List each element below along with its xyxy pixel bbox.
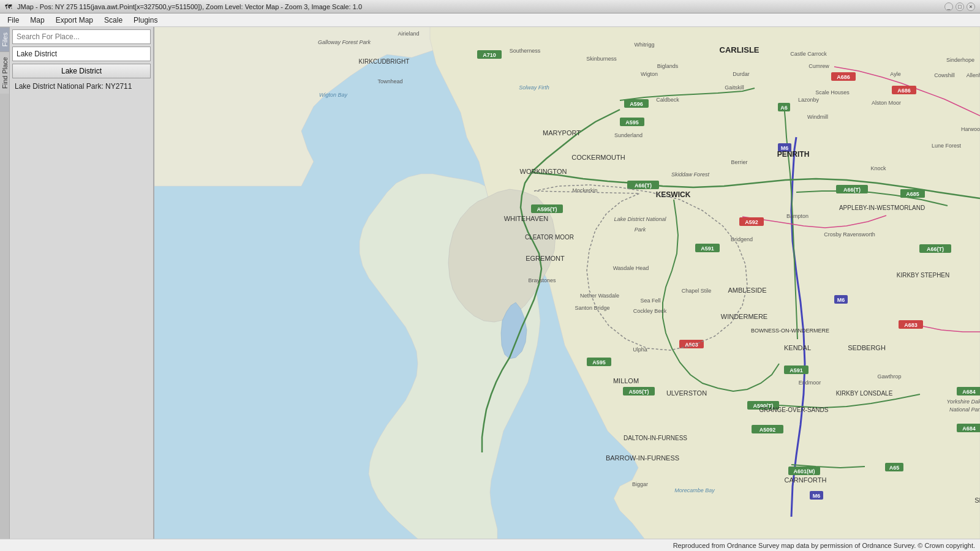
svg-text:Nether Wasdale: Nether Wasdale (580, 293, 619, 299)
menu-plugins[interactable]: Plugins (129, 15, 162, 26)
svg-text:Harwood: Harwood (961, 126, 980, 132)
svg-text:A66(T): A66(T) (927, 246, 944, 252)
svg-text:Ayle: Ayle (890, 71, 900, 77)
svg-text:Caldbeck: Caldbeck (656, 97, 679, 103)
svg-text:Wigton Bay: Wigton Bay (319, 92, 347, 98)
svg-text:DALTON-IN-FURNESS: DALTON-IN-FURNESS (624, 435, 687, 441)
menu-export-map[interactable]: Export Map (51, 15, 98, 26)
svg-text:M6: M6 (813, 493, 821, 499)
bottombar: Reproduced from Ordnance Survey map data… (0, 539, 980, 551)
svg-text:Biglands: Biglands (657, 63, 679, 69)
menu-map[interactable]: Map (25, 15, 49, 26)
svg-text:Gaitskill: Gaitskill (725, 84, 744, 91)
copyright-text: Reproduced from Ordnance Survey map data… (673, 542, 975, 549)
svg-text:Skiddaw Forest: Skiddaw Forest (671, 171, 710, 178)
svg-text:A66(T): A66(T) (635, 182, 652, 189)
svg-text:A595: A595 (592, 359, 606, 365)
svg-text:A5092: A5092 (760, 427, 776, 433)
menu-file[interactable]: File (2, 15, 24, 26)
svg-text:A66(T): A66(T) (843, 187, 861, 193)
svg-text:AMBLESIDE: AMBLESIDE (728, 287, 767, 294)
svg-text:A601(M): A601(M) (793, 468, 815, 474)
svg-text:KIRKCUDBRIGHT: KIRKCUDBRIGHT (359, 58, 410, 65)
svg-text:Gawthrop: Gawthrop (877, 373, 901, 380)
side-tab-find-place[interactable]: Find Place (0, 51, 9, 94)
svg-text:PENRITH: PENRITH (777, 150, 810, 159)
svg-text:EGREMONT: EGREMONT (526, 255, 565, 262)
svg-text:A683: A683 (904, 322, 918, 328)
svg-text:Sea Fell: Sea Fell (640, 298, 660, 304)
place-input[interactable] (12, 47, 151, 61)
side-tab-files[interactable]: Files (0, 27, 9, 51)
svg-text:Scale Houses: Scale Houses (815, 89, 850, 96)
app-icon: 🗺 (5, 3, 12, 10)
svg-text:ULVERSTON: ULVERSTON (666, 389, 707, 397)
svg-text:Southerness: Southerness (510, 48, 541, 54)
svg-text:Knock: Knock (870, 165, 886, 171)
side-tab: Files Find Place (0, 27, 10, 539)
svg-text:Braystones: Braystones (528, 277, 556, 283)
svg-text:A591: A591 (790, 367, 803, 373)
svg-text:Windmill: Windmill (807, 114, 828, 120)
svg-text:Cowshill: Cowshill (934, 72, 955, 78)
svg-text:A686: A686 (837, 74, 850, 80)
result-item[interactable]: Lake District National Park: NY2711 (12, 81, 151, 92)
svg-text:Alston Moor: Alston Moor (872, 100, 901, 106)
left-panel: Files Find Place Lake District Lake Dist… (0, 27, 154, 539)
svg-text:Lake District National: Lake District National (614, 216, 666, 222)
svg-text:MARYPORT: MARYPORT (543, 129, 581, 137)
map-area[interactable]: A710 A596 A595 A6 A66(T) A66(T) A595(T) … (154, 27, 980, 539)
svg-text:Allenheads: Allenheads (967, 72, 980, 78)
svg-text:KIRKBY STEPHEN: KIRKBY STEPHEN (897, 272, 950, 279)
svg-text:Wasdale Head: Wasdale Head (613, 265, 649, 271)
maximize-button[interactable]: □ (956, 2, 964, 11)
svg-text:CARNFORTH: CARNFORTH (785, 476, 827, 484)
svg-text:WINDERMERE: WINDERMERE (721, 313, 767, 320)
svg-text:Crosby Ravensworth: Crosby Ravensworth (824, 231, 875, 238)
svg-text:A685: A685 (906, 191, 919, 197)
svg-text:M6: M6 (837, 297, 845, 303)
menu-scale[interactable]: Scale (99, 15, 127, 26)
svg-text:A505(T): A505(T) (628, 389, 649, 395)
panel-content: Lake District Lake District National Par… (10, 27, 153, 539)
svg-text:Sinderhope: Sinderhope (946, 57, 974, 63)
find-button[interactable]: Lake District (12, 64, 151, 78)
svg-text:Airieland: Airieland (398, 31, 419, 37)
svg-text:Bampton: Bampton (786, 213, 809, 219)
svg-text:Cockley Beck: Cockley Beck (633, 308, 667, 314)
svg-text:CARLISLE: CARLISLE (720, 45, 760, 54)
svg-text:Wigton: Wigton (641, 71, 658, 77)
svg-text:Santon Bridge: Santon Bridge (575, 305, 609, 311)
titlebar: 🗺 JMap - Pos: NY 275 115(java.awt.Point[… (0, 0, 980, 13)
titlebar-title: JMap - Pos: NY 275 115(java.awt.Point[x=… (17, 3, 362, 10)
svg-text:CLEATOR MOOR: CLEATOR MOOR (525, 234, 574, 241)
svg-text:National Park: National Park (949, 407, 980, 413)
svg-text:Whitrigg: Whitrigg (634, 42, 654, 48)
svg-text:Berrier: Berrier (731, 159, 747, 165)
svg-text:A686: A686 (897, 88, 911, 94)
svg-text:A6: A6 (780, 105, 788, 111)
svg-text:Galloway Forest Park: Galloway Forest Park (318, 39, 371, 45)
svg-text:A592: A592 (745, 219, 758, 225)
svg-text:KIRKBY LONSDALE: KIRKBY LONSDALE (836, 390, 893, 397)
svg-text:A684: A684 (962, 389, 976, 395)
svg-text:Cumrew: Cumrew (809, 63, 829, 69)
svg-text:Durdar: Durdar (733, 71, 750, 77)
svg-text:Townhead: Townhead (377, 78, 402, 84)
search-input[interactable] (12, 29, 151, 44)
svg-text:A65: A65 (889, 465, 900, 471)
minimize-button[interactable]: _ (944, 2, 953, 11)
svg-text:WORKINGTON: WORKINGTON (520, 168, 567, 175)
titlebar-left: 🗺 JMap - Pos: NY 275 115(java.awt.Point[… (5, 3, 362, 10)
svg-text:A684: A684 (962, 425, 976, 432)
titlebar-controls: _ □ × (944, 2, 975, 11)
svg-text:KENDAL: KENDAL (784, 344, 811, 351)
svg-text:Endmoor: Endmoor (799, 380, 821, 386)
svg-text:Solway Firth: Solway Firth (519, 84, 549, 91)
svg-text:BARROW-IN-FURNESS: BARROW-IN-FURNESS (606, 454, 679, 462)
svg-text:Lune Forest: Lune Forest (932, 143, 962, 149)
close-button[interactable]: × (967, 2, 975, 11)
svg-text:Yorkshire Dales: Yorkshire Dales (946, 399, 980, 405)
svg-text:A596: A596 (630, 101, 643, 107)
svg-text:Lazonby: Lazonby (798, 97, 820, 103)
